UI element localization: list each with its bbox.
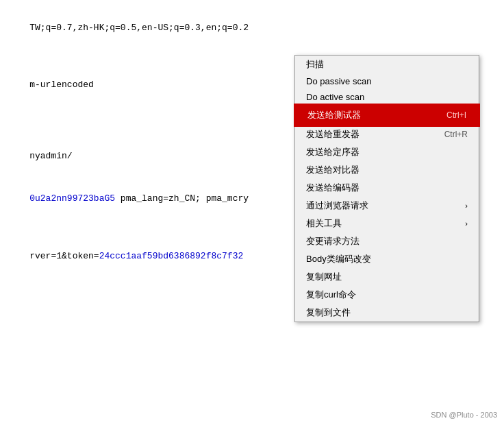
menu-item-label-change-method: 变更请求方法 <box>306 235 468 247</box>
menu-item-send-sequencer[interactable]: 发送给定序器 <box>295 143 479 161</box>
menu-item-related-tools[interactable]: 相关工具› <box>295 215 479 232</box>
menu-item-label-send-repeater: 发送给重发器 <box>306 128 431 141</box>
menu-item-label-send-encoder: 发送给编码器 <box>306 182 468 194</box>
menu-item-copy-url[interactable]: 复制网址 <box>295 268 479 286</box>
menu-item-send-intruder[interactable]: 发送给测试器Ctrl+I <box>295 105 479 125</box>
menu-item-body-encode[interactable]: Body类编码改变 <box>295 250 479 268</box>
menu-item-label-browser-request: 通过浏览器请求 <box>306 200 465 212</box>
menu-item-shortcut-send-intruder: Ctrl+I <box>446 110 466 120</box>
menu-item-passive-scan[interactable]: Do passive scan <box>295 73 479 89</box>
menu-item-active-scan[interactable]: Do active scan <box>295 89 479 105</box>
watermark: SDN @Pluto - 2003 <box>431 411 497 419</box>
menu-item-label-send-intruder: 发送给测试器 <box>307 109 433 121</box>
menu-item-label-passive-scan: Do passive scan <box>306 76 468 86</box>
menu-item-label-copy-file: 复制到文件 <box>306 306 468 319</box>
menu-item-arrow-related-tools: › <box>465 219 468 228</box>
editor-line-1: TW;q=0.7,zh-HK;q=0.5,en-US;q=0.3,en;q=0.… <box>8 7 496 49</box>
menu-item-label-scan: 扫描 <box>306 58 468 71</box>
menu-item-label-active-scan: Do active scan <box>306 92 468 102</box>
menu-item-arrow-browser-request: › <box>465 202 468 210</box>
menu-item-change-method[interactable]: 变更请求方法 <box>295 232 479 250</box>
menu-item-label-copy-curl: 复制curl命令 <box>306 289 468 301</box>
menu-item-send-repeater[interactable]: 发送给重发器Ctrl+R <box>295 125 479 143</box>
menu-item-label-send-sequencer: 发送给定序器 <box>306 146 468 158</box>
menu-item-label-send-comparer: 发送给对比器 <box>306 164 468 176</box>
menu-item-copy-curl[interactable]: 复制curl命令 <box>295 286 479 304</box>
menu-item-label-copy-url: 复制网址 <box>306 271 468 283</box>
menu-item-send-comparer[interactable]: 发送给对比器 <box>295 161 479 179</box>
menu-item-shortcut-send-repeater: Ctrl+R <box>444 130 468 139</box>
menu-item-label-body-encode: Body类编码改变 <box>306 253 468 265</box>
menu-item-browser-request[interactable]: 通过浏览器请求› <box>295 197 479 215</box>
context-menu: 扫描Do passive scanDo active scan发送给测试器Ctr… <box>294 55 479 322</box>
menu-item-copy-file[interactable]: 复制到文件 <box>295 304 479 322</box>
menu-item-send-encoder[interactable]: 发送给编码器 <box>295 179 479 197</box>
menu-item-label-related-tools: 相关工具 <box>306 217 465 230</box>
menu-item-scan[interactable]: 扫描 <box>295 56 479 73</box>
